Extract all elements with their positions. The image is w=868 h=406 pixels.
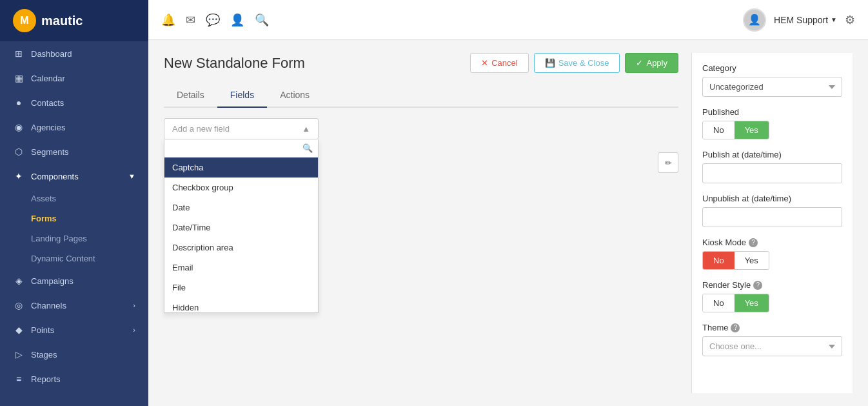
topbar-right: 👤 HEM Support ▼ ⚙ bbox=[743, 8, 855, 32]
user-dropdown-icon: ▼ bbox=[831, 16, 837, 23]
form-editor-area: New Standalone Form ✕ Cancel 💾 Save & Cl… bbox=[164, 53, 678, 393]
reports-icon: ≡ bbox=[13, 374, 25, 384]
kiosk-mode-section: Kiosk Mode ? No Yes bbox=[702, 238, 842, 270]
sidebar-label-stages: Stages bbox=[31, 350, 57, 360]
contacts-icon: ● bbox=[13, 97, 25, 108]
dropdown-item-hidden[interactable]: Hidden bbox=[164, 298, 318, 312]
add-field-label: Add a new field bbox=[172, 124, 230, 134]
sidebar-item-reports[interactable]: ≡ Reports bbox=[0, 367, 148, 391]
logo-text: mautic bbox=[41, 14, 83, 28]
profile-icon[interactable]: 👤 bbox=[230, 13, 244, 27]
tab-fields[interactable]: Fields bbox=[217, 83, 267, 108]
sidebar-label-reports: Reports bbox=[31, 374, 61, 384]
page-header: New Standalone Form ✕ Cancel 💾 Save & Cl… bbox=[164, 53, 678, 73]
add-field-trigger[interactable]: Add a new field ▲ bbox=[164, 118, 319, 139]
render-no-button[interactable]: No bbox=[703, 294, 735, 312]
sidebar-label-campaigns: Campaigns bbox=[31, 276, 74, 286]
sidebar-label-contacts: Contacts bbox=[31, 98, 64, 108]
sidebar-label-segments: Segments bbox=[31, 147, 69, 157]
published-label: Published bbox=[702, 107, 842, 117]
apply-button[interactable]: ✓ Apply bbox=[625, 53, 678, 73]
published-toggle: No Yes bbox=[702, 121, 769, 139]
search-magnifier-icon: 🔍 bbox=[302, 143, 313, 153]
settings-gear-icon[interactable]: ⚙ bbox=[845, 13, 855, 27]
tab-actions[interactable]: Actions bbox=[267, 83, 322, 108]
points-icon: ◆ bbox=[13, 325, 25, 335]
page-content-area: New Standalone Form ✕ Cancel 💾 Save & Cl… bbox=[148, 40, 868, 406]
logo-area[interactable]: M mautic bbox=[0, 0, 148, 41]
render-style-section: Render Style ? No Yes bbox=[702, 280, 842, 312]
chat-icon[interactable]: 💬 bbox=[206, 13, 220, 27]
dropdown-item-description-area[interactable]: Description area bbox=[164, 238, 318, 258]
field-selector: Add a new field ▲ 🔍 Captcha Checkbox gro… bbox=[164, 118, 319, 139]
sidebar-item-forms[interactable]: Forms bbox=[31, 208, 148, 228]
sidebar-item-segments[interactable]: ⬡ Segments bbox=[0, 139, 148, 164]
avatar-icon: 👤 bbox=[748, 14, 761, 26]
sidebar-item-calendar[interactable]: ▦ Calendar bbox=[0, 66, 148, 90]
agencies-icon: ◉ bbox=[13, 122, 25, 132]
publish-at-input[interactable] bbox=[702, 163, 842, 183]
dropdown-item-email[interactable]: Email bbox=[164, 258, 318, 278]
edit-pencil-button[interactable]: ✏ bbox=[658, 152, 678, 173]
publish-at-label: Publish at (date/time) bbox=[702, 150, 842, 159]
unpublish-at-input[interactable] bbox=[702, 207, 842, 227]
unpublish-at-section: Unpublish at (date/time) bbox=[702, 194, 842, 227]
sidebar-label-calendar: Calendar bbox=[31, 74, 65, 83]
published-no-button[interactable]: No bbox=[703, 121, 735, 139]
dropdown-item-date-time[interactable]: Date/Time bbox=[164, 218, 318, 238]
email-icon[interactable]: ✉ bbox=[186, 13, 195, 27]
dropdown-item-date[interactable]: Date bbox=[164, 198, 318, 218]
render-help-icon: ? bbox=[753, 281, 762, 290]
sidebar-label-components: Components bbox=[31, 172, 79, 181]
tab-details[interactable]: Details bbox=[164, 83, 217, 108]
topbar: 🔔 ✉ 💬 👤 🔍 👤 HEM Support ▼ ⚙ bbox=[148, 0, 868, 40]
right-properties-panel: Category Uncategorized Published No Yes … bbox=[691, 53, 853, 393]
sidebar-item-dashboard[interactable]: ⊞ Dashboard bbox=[0, 41, 148, 66]
sidebar-item-agencies[interactable]: ◉ Agencies bbox=[0, 115, 148, 139]
render-style-label: Render Style ? bbox=[702, 280, 842, 290]
user-name[interactable]: HEM Support ▼ bbox=[774, 15, 837, 25]
chevron-right-icon-2: › bbox=[133, 326, 135, 334]
kiosk-yes-button[interactable]: Yes bbox=[735, 252, 769, 269]
sidebar-label-points: Points bbox=[31, 325, 54, 335]
dropdown-search-input[interactable] bbox=[170, 143, 299, 153]
theme-help-icon: ? bbox=[731, 323, 740, 332]
notification-icon[interactable]: 🔔 bbox=[161, 13, 175, 27]
theme-select[interactable]: Choose one... bbox=[702, 336, 842, 356]
kiosk-mode-label: Kiosk Mode ? bbox=[702, 238, 842, 247]
theme-label: Theme ? bbox=[702, 323, 842, 332]
topbar-icons: 🔔 ✉ 💬 👤 🔍 bbox=[161, 13, 269, 27]
dropdown-item-checkbox-group[interactable]: Checkbox group bbox=[164, 178, 318, 198]
components-submenu: Assets Forms Landing Pages Dynamic Conte… bbox=[0, 188, 148, 269]
dropdown-item-file[interactable]: File bbox=[164, 278, 318, 298]
sidebar-item-channels[interactable]: ◎ Channels › bbox=[0, 293, 148, 318]
sidebar-item-landing-pages[interactable]: Landing Pages bbox=[31, 228, 148, 249]
logo-icon: M bbox=[13, 9, 36, 32]
apply-check-icon: ✓ bbox=[636, 58, 643, 68]
sidebar-label-agencies: Agencies bbox=[31, 123, 65, 132]
sidebar-label-dashboard: Dashboard bbox=[31, 49, 72, 59]
theme-section: Theme ? Choose one... bbox=[702, 323, 842, 356]
render-yes-button[interactable]: Yes bbox=[735, 294, 769, 312]
sidebar-item-points[interactable]: ◆ Points › bbox=[0, 318, 148, 342]
sidebar-item-assets[interactable]: Assets bbox=[31, 188, 148, 208]
chevron-right-icon: › bbox=[133, 301, 135, 309]
sidebar-item-dynamic-content[interactable]: Dynamic Content bbox=[31, 249, 148, 269]
dropdown-item-captcha[interactable]: Captcha bbox=[164, 157, 318, 178]
save-icon: 💾 bbox=[545, 58, 555, 68]
chevron-down-icon: ▼ bbox=[128, 172, 135, 180]
sidebar-item-stages[interactable]: ▷ Stages bbox=[0, 342, 148, 367]
dashboard-icon: ⊞ bbox=[13, 48, 25, 59]
sidebar-item-campaigns[interactable]: ◈ Campaigns bbox=[0, 269, 148, 293]
search-icon[interactable]: 🔍 bbox=[255, 13, 269, 27]
save-close-button[interactable]: 💾 Save & Close bbox=[534, 53, 620, 73]
published-yes-button[interactable]: Yes bbox=[735, 121, 769, 139]
sidebar-item-contacts[interactable]: ● Contacts bbox=[0, 90, 148, 115]
kiosk-help-icon: ? bbox=[749, 238, 758, 247]
kiosk-no-button[interactable]: No bbox=[703, 252, 735, 269]
cancel-button[interactable]: ✕ Cancel bbox=[470, 53, 528, 73]
chevron-up-icon: ▲ bbox=[302, 124, 310, 134]
sidebar-item-components[interactable]: ✦ Components ▼ bbox=[0, 164, 148, 188]
pencil-icon: ✏ bbox=[665, 158, 672, 168]
category-select[interactable]: Uncategorized bbox=[702, 77, 842, 97]
